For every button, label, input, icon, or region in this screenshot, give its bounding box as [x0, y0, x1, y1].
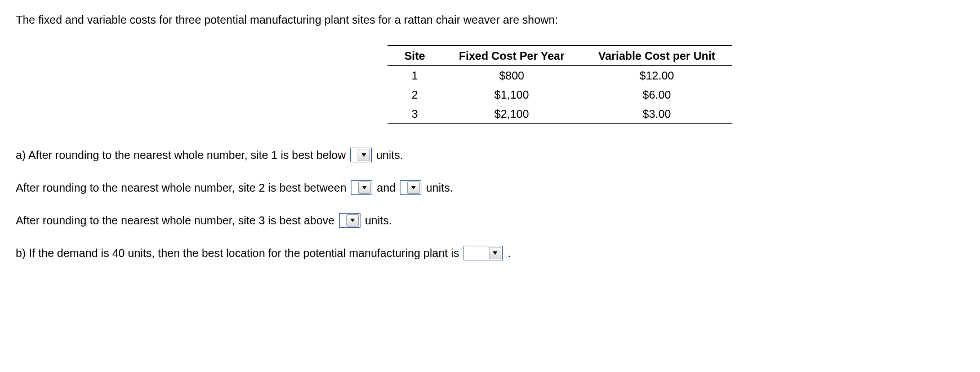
- cell-site: 1: [387, 66, 442, 86]
- best-location-dropdown[interactable]: [464, 246, 503, 260]
- question-a1: a) After rounding to the nearest whole n…: [16, 147, 964, 163]
- question-text: .: [507, 245, 511, 262]
- col-site: Site: [387, 46, 442, 66]
- svg-marker-5: [350, 219, 355, 222]
- cost-table-container: Site Fixed Cost Per Year Variable Cost p…: [387, 45, 964, 124]
- col-fixed: Fixed Cost Per Year: [442, 46, 582, 66]
- intro-text: The fixed and variable costs for three p…: [16, 11, 964, 28]
- col-var: Variable Cost per Unit: [581, 46, 732, 66]
- cost-table: Site Fixed Cost Per Year Variable Cost p…: [387, 45, 732, 124]
- site2-upper-dropdown[interactable]: [400, 180, 421, 195]
- svg-marker-4: [411, 186, 416, 189]
- question-text: After rounding to the nearest whole numb…: [16, 212, 335, 229]
- question-text: a) After rounding to the nearest whole n…: [16, 147, 346, 163]
- site2-lower-dropdown[interactable]: [351, 180, 372, 195]
- table-row: 2 $1,100 $6.00: [387, 85, 732, 104]
- question-text: and: [377, 179, 395, 196]
- cell-site: 3: [387, 104, 442, 124]
- table-row: 1 $800 $12.00: [387, 66, 732, 86]
- chevron-down-icon: [358, 149, 370, 161]
- chevron-down-icon: [346, 214, 359, 227]
- question-text: b) If the demand is 40 units, then the b…: [16, 245, 459, 262]
- svg-marker-2: [362, 153, 366, 157]
- question-a2: After rounding to the nearest whole numb…: [16, 179, 964, 196]
- table-row: 3 $2,100 $3.00: [387, 104, 732, 124]
- site1-units-dropdown[interactable]: [350, 148, 372, 162]
- cell-var: $3.00: [581, 104, 732, 124]
- cell-fixed: $800: [442, 66, 582, 86]
- question-text: units.: [376, 147, 403, 163]
- site3-units-dropdown[interactable]: [339, 213, 360, 228]
- svg-marker-6: [493, 251, 497, 255]
- chevron-down-icon: [489, 247, 501, 259]
- cell-site: 2: [387, 85, 442, 104]
- question-text: units.: [426, 179, 453, 196]
- cell-fixed: $2,100: [442, 104, 582, 124]
- chevron-down-icon: [407, 181, 420, 194]
- cell-var: $12.00: [581, 66, 732, 86]
- question-text: After rounding to the nearest whole numb…: [16, 179, 346, 196]
- cell-fixed: $1,100: [442, 85, 582, 104]
- svg-marker-3: [362, 186, 367, 189]
- chevron-down-icon: [358, 181, 371, 194]
- cell-var: $6.00: [581, 85, 732, 104]
- question-text: units.: [365, 212, 392, 229]
- question-a3: After rounding to the nearest whole numb…: [16, 212, 964, 229]
- question-b: b) If the demand is 40 units, then the b…: [16, 245, 964, 262]
